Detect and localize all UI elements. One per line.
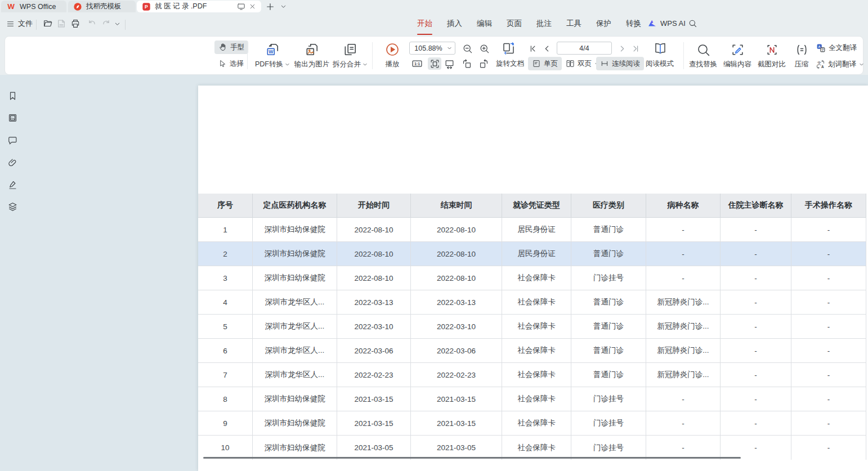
single-page-button[interactable]: 单页 xyxy=(528,57,562,70)
wps-ai-icon xyxy=(647,19,657,28)
table-row: 6深圳市龙华区人...2022-03-062022-03-06社会保障卡普通门诊… xyxy=(198,339,866,363)
table-cell: - xyxy=(791,242,866,266)
save-button[interactable] xyxy=(56,19,66,29)
chevron-down-icon xyxy=(859,62,864,67)
annotation-panel-button[interactable] xyxy=(7,179,19,191)
first-page-button[interactable] xyxy=(527,42,538,55)
full-translate-icon: A字 xyxy=(816,43,826,53)
find-replace-button[interactable]: 查找替换 xyxy=(686,39,721,72)
rotate-right-button[interactable] xyxy=(477,57,490,70)
continuous-icon xyxy=(600,59,609,68)
compress-button[interactable]: 压缩 xyxy=(789,39,814,72)
tab-wps-office[interactable]: W WPS Office xyxy=(1,1,66,12)
menu-bar: 文件 开始 插入 编辑 页面 批注 工具 保护 转换 WPS AI xyxy=(0,12,868,36)
comment-panel-button[interactable] xyxy=(7,134,19,146)
table-cell: 新冠肺炎门诊... xyxy=(646,315,721,339)
rotate-document-button[interactable]: 旋转文档 xyxy=(494,57,526,70)
svg-text:W: W xyxy=(269,49,274,55)
undo-history-button[interactable] xyxy=(114,21,120,27)
next-page-button[interactable] xyxy=(616,42,628,55)
table-cell: 2021-03-05 xyxy=(337,436,411,460)
table-row: 1深圳市妇幼保健院2022-08-102022-08-10居民身份证普通门诊--… xyxy=(198,218,866,242)
attachment-panel-button[interactable] xyxy=(7,157,19,169)
svg-text:文: 文 xyxy=(817,61,821,66)
table-header-cell: 就诊凭证类型 xyxy=(502,194,571,218)
file-menu-button[interactable]: 文件 xyxy=(6,19,33,29)
tab-document-pdf[interactable]: P 就 医 记 录 .PDF xyxy=(137,1,261,12)
zoom-level-combobox[interactable]: 105.88% xyxy=(409,42,455,55)
table-cell: - xyxy=(721,339,791,363)
tab-label: 就 医 记 录 .PDF xyxy=(155,2,207,11)
tab-insert[interactable]: 插入 xyxy=(446,17,463,30)
layers-icon xyxy=(7,201,18,212)
continuous-reading-button[interactable]: 连续阅读 xyxy=(596,57,644,70)
redo-button[interactable] xyxy=(101,19,111,28)
zoom-in-icon xyxy=(479,43,490,54)
monitor-icon[interactable] xyxy=(237,2,245,11)
word-translate-button[interactable]: 文A 划词翻译 xyxy=(813,57,866,71)
chevron-down-icon xyxy=(280,3,287,10)
last-page-icon xyxy=(632,44,640,53)
fit-page-button[interactable] xyxy=(428,57,441,70)
svg-text:1:1: 1:1 xyxy=(414,62,420,66)
play-button[interactable]: 播放 xyxy=(377,39,408,72)
table-cell: - xyxy=(721,218,791,242)
wps-ai-button[interactable]: WPS AI xyxy=(647,19,686,28)
pdf-convert-button[interactable]: W PDF转换 xyxy=(251,39,294,72)
tab-docer-templates[interactable]: 找稻壳模板 xyxy=(68,1,136,12)
read-mode-button[interactable]: 阅读模式 xyxy=(642,57,678,70)
table-cell: 3 xyxy=(198,266,253,290)
print-button[interactable] xyxy=(70,19,80,29)
split-merge-button[interactable]: 拆分合并 xyxy=(330,39,370,72)
tab-home[interactable]: 开始 xyxy=(417,17,433,30)
tab-convert[interactable]: 转换 xyxy=(625,17,642,30)
table-header-cell: 医疗类别 xyxy=(571,194,646,218)
hand-tool-button[interactable]: 手型 xyxy=(214,41,248,54)
single-page-icon xyxy=(532,59,541,68)
adapt-page-button[interactable] xyxy=(500,41,516,56)
search-button[interactable] xyxy=(688,19,697,28)
bookmark-panel-button[interactable] xyxy=(7,90,19,102)
table-cell: 门诊挂号 xyxy=(571,411,646,436)
previous-page-button[interactable] xyxy=(541,42,552,55)
select-tool-button[interactable]: 选择 xyxy=(214,57,248,70)
edit-content-button[interactable]: 编辑内容 xyxy=(721,39,754,72)
new-tab-button[interactable] xyxy=(265,1,276,12)
tab-list-button[interactable] xyxy=(278,1,289,12)
table-cell: - xyxy=(791,266,866,290)
layers-panel-button[interactable] xyxy=(7,201,19,213)
book-view-button[interactable] xyxy=(652,41,668,56)
full-translate-button[interactable]: A字 全文翻译 xyxy=(814,41,859,55)
open-book-icon xyxy=(654,42,667,55)
tab-comment[interactable]: 批注 xyxy=(536,17,552,30)
open-file-button[interactable] xyxy=(43,19,53,29)
thumbnail-panel-button[interactable] xyxy=(7,112,19,124)
table-cell: 2021-03-15 xyxy=(337,411,411,436)
close-icon[interactable] xyxy=(249,3,256,10)
table-header-cell: 开始时间 xyxy=(337,194,411,218)
table-row: 7深圳市龙华区人...2022-02-232022-02-23社会保障卡普通门诊… xyxy=(198,363,866,387)
tab-page[interactable]: 页面 xyxy=(506,17,522,30)
export-image-button[interactable]: 输出为图片 xyxy=(289,39,335,72)
undo-button[interactable] xyxy=(87,19,97,28)
horizontal-scrollbar[interactable] xyxy=(203,457,741,459)
tab-tools[interactable]: 工具 xyxy=(566,17,582,30)
window-tab-bar: W WPS Office 找稻壳模板 P 就 医 记 录 .PDF xyxy=(0,0,868,12)
fit-width-button[interactable] xyxy=(442,57,456,70)
last-page-button[interactable] xyxy=(630,42,641,55)
tab-protect[interactable]: 保护 xyxy=(596,17,612,30)
table-cell: 普通门诊 xyxy=(571,290,646,315)
tab-edit[interactable]: 编辑 xyxy=(476,17,493,30)
zoom-in-button[interactable] xyxy=(478,42,490,55)
find-replace-icon xyxy=(696,43,710,57)
search-icon xyxy=(688,19,697,28)
table-cell: - xyxy=(791,339,866,363)
zoom-out-button[interactable] xyxy=(461,42,473,55)
wps-logo-icon: W xyxy=(6,2,16,11)
table-cell: 社会保障卡 xyxy=(502,363,571,387)
actual-size-button[interactable]: 1:1 xyxy=(411,57,423,70)
table-header-cell: 定点医药机构名称 xyxy=(253,194,337,218)
page-number-input[interactable]: 4/4 xyxy=(557,42,612,55)
screenshot-compare-button[interactable]: 截图对比 xyxy=(754,39,789,72)
rotate-left-button[interactable] xyxy=(460,57,473,70)
